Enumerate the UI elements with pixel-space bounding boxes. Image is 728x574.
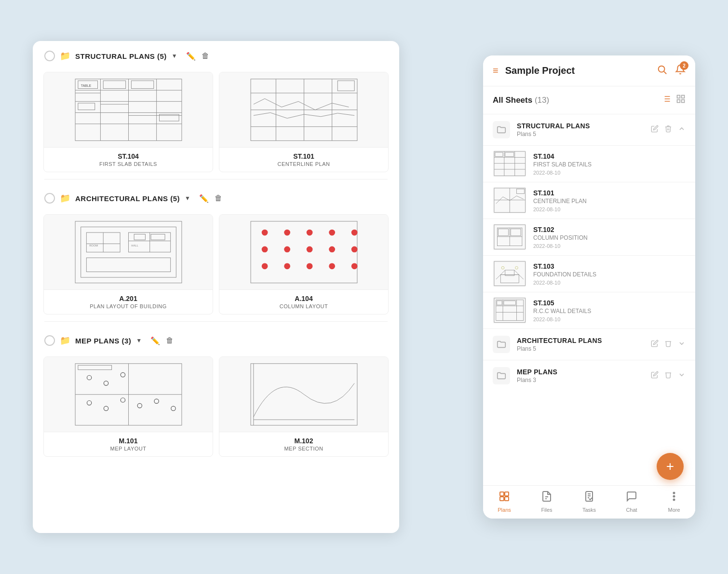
svg-point-41 xyxy=(307,230,312,235)
mep-expand-btn[interactable] xyxy=(678,371,686,381)
mep-checkbox[interactable] xyxy=(44,335,55,346)
sheet-card-a201[interactable]: ROOM HALL A.201 PLAN LAYOUT OF BUILDING xyxy=(43,214,213,314)
svg-rect-34 xyxy=(134,234,145,240)
a201-name: PLAN LAYOUT OF BUILDING xyxy=(50,303,207,309)
structural-chevron[interactable]: ▼ xyxy=(172,53,177,59)
sheet-card-a104[interactable]: A.104 COLUMN LAYOUT xyxy=(219,214,389,314)
svg-point-42 xyxy=(329,230,335,235)
st101-code: ST.101 xyxy=(225,152,382,160)
plans-label: Plans xyxy=(498,507,511,513)
list-view-toggle[interactable] xyxy=(661,94,671,106)
structural-folder-count: Plans 5 xyxy=(517,131,651,137)
nav-chat[interactable]: Chat xyxy=(610,486,653,519)
notification-button[interactable]: 2 xyxy=(675,64,686,77)
list-item-st103[interactable]: ST.103 FOUNDATION DETAILS 2022-08-10 xyxy=(483,255,695,292)
chat-label: Chat xyxy=(626,507,637,513)
svg-point-57 xyxy=(87,375,91,380)
st101-name: CENTERLINE PLAN xyxy=(225,161,382,167)
nav-files[interactable]: Files xyxy=(526,486,568,519)
bottom-navigation: Plans Files xyxy=(483,485,695,519)
svg-point-127 xyxy=(674,499,675,501)
st101-list-code: ST.101 xyxy=(533,189,686,197)
sheet-card-st101[interactable]: ST.101 CENTERLINE PLAN xyxy=(219,72,389,172)
mep1-code: M.101 xyxy=(50,437,207,445)
architectural-expand-btn[interactable] xyxy=(678,340,686,349)
sheet-grid-panel: 📁 STRUCTURAL PLANS (5) ▼ ✏️ 🗑 xyxy=(33,41,399,533)
list-item-st104[interactable]: ST.104 FIRST SLAB DETAILS 2022-08-10 xyxy=(483,145,695,182)
sheet-card-mep1[interactable]: M.101 MEP LAYOUT xyxy=(43,356,213,457)
mep-edit-btn[interactable] xyxy=(651,371,659,381)
mep-delete-icon[interactable]: 🗑 xyxy=(166,336,174,345)
sheet-list-area: All Sheets (13) xyxy=(483,86,695,485)
app-title: Sample Project xyxy=(505,65,657,76)
svg-point-125 xyxy=(674,492,675,494)
svg-point-60 xyxy=(87,400,91,405)
svg-rect-24 xyxy=(337,81,354,91)
architectural-actions: ✏️ 🗑 xyxy=(199,194,222,203)
chat-icon xyxy=(626,491,637,505)
svg-point-46 xyxy=(329,246,335,252)
svg-rect-14 xyxy=(78,103,94,110)
notification-badge: 2 xyxy=(680,61,688,70)
add-sheet-fab[interactable]: + xyxy=(657,453,684,480)
structural-folder-row[interactable]: STRUCTURAL PLANS Plans 5 xyxy=(483,114,695,145)
architectural-checkbox[interactable] xyxy=(44,193,55,204)
nav-tasks[interactable]: Tasks xyxy=(568,486,610,519)
mep-delete-btn[interactable] xyxy=(664,371,672,381)
search-icon[interactable] xyxy=(657,64,667,77)
architectural-delete-btn[interactable] xyxy=(664,340,672,349)
st102-list-date: 2022-08-10 xyxy=(533,243,686,249)
structural-folder-info: STRUCTURAL PLANS Plans 5 xyxy=(517,122,651,137)
a104-thumb xyxy=(219,215,388,289)
mep-section-header: 📁 MEP PLANS (3) ▼ ✏️ 🗑 xyxy=(33,326,399,354)
list-item-st101[interactable]: ST.101 CENTERLINE PLAN 2022-08-10 xyxy=(483,182,695,219)
structural-edit-icon[interactable]: ✏️ xyxy=(186,52,196,61)
mobile-app-panel: ≡ Sample Project 2 All Sheets (13) xyxy=(483,55,695,519)
mep-edit-icon[interactable]: ✏️ xyxy=(150,336,160,345)
svg-point-40 xyxy=(284,230,290,235)
structural-delete-icon[interactable]: 🗑 xyxy=(202,52,209,61)
structural-folder-icon-right xyxy=(493,121,510,138)
grid-view-toggle[interactable] xyxy=(676,94,686,106)
structural-delete-btn[interactable] xyxy=(664,125,672,135)
architectural-edit-btn[interactable] xyxy=(651,340,659,349)
mep-folder-row[interactable]: MEP PLANS Plans 3 xyxy=(483,360,695,391)
structural-checkbox[interactable] xyxy=(44,51,55,61)
structural-folder-actions xyxy=(651,125,686,135)
list-item-st102[interactable]: ST.102 COLUMN POSITION 2022-08-10 xyxy=(483,219,695,255)
architectural-folder-row[interactable]: ARCHITECTURAL PLANS Plans 5 xyxy=(483,328,695,360)
architectural-chevron[interactable]: ▼ xyxy=(185,195,190,202)
svg-rect-80 xyxy=(677,100,680,103)
structural-edit-btn[interactable] xyxy=(651,125,659,135)
architectural-folder-info: ARCHITECTURAL PLANS Plans 5 xyxy=(517,337,651,352)
svg-rect-93 xyxy=(516,189,524,194)
a201-info: A.201 PLAN LAYOUT OF BUILDING xyxy=(44,289,213,314)
nav-plans[interactable]: Plans xyxy=(483,486,526,519)
st103-list-code: ST.103 xyxy=(533,262,686,270)
mep-chevron[interactable]: ▼ xyxy=(136,337,142,344)
svg-rect-98 xyxy=(498,229,508,236)
list-item-st105[interactable]: ST.105 R.C.C WALL DETAILS 2022-08-10 xyxy=(483,292,695,328)
hamburger-icon[interactable]: ≡ xyxy=(493,65,499,76)
st101-list-name: CENTERLINE PLAN xyxy=(533,198,686,205)
sheet-card-st104[interactable]: TABLE ST.104 FIRST SLAB DETAILS xyxy=(43,72,213,172)
architectural-delete-icon[interactable]: 🗑 xyxy=(215,194,222,203)
st103-list-name: FOUNDATION DETAILS xyxy=(533,271,686,278)
svg-point-106 xyxy=(515,267,518,270)
sheet-card-mep2[interactable]: M.102 MEP SECTION xyxy=(219,356,389,457)
svg-point-59 xyxy=(121,372,125,377)
nav-more[interactable]: More xyxy=(653,486,695,519)
st104-info: ST.104 FIRST SLAB DETAILS xyxy=(44,147,213,172)
files-icon xyxy=(541,491,553,505)
svg-rect-108 xyxy=(496,300,524,321)
a104-info: A.104 COLUMN LAYOUT xyxy=(219,289,388,314)
svg-line-71 xyxy=(664,71,666,74)
architectural-edit-icon[interactable]: ✏️ xyxy=(199,194,209,203)
mep2-thumb xyxy=(219,357,388,432)
svg-point-61 xyxy=(104,406,108,410)
st105-list-info: ST.105 R.C.C WALL DETAILS 2022-08-10 xyxy=(533,299,686,322)
svg-rect-113 xyxy=(497,301,501,305)
all-sheets-label: All Sheets (13) xyxy=(493,96,549,105)
architectural-section-header: 📁 ARCHITECTURAL PLANS (5) ▼ ✏️ 🗑 xyxy=(33,183,399,211)
structural-expand-btn[interactable] xyxy=(678,125,686,135)
